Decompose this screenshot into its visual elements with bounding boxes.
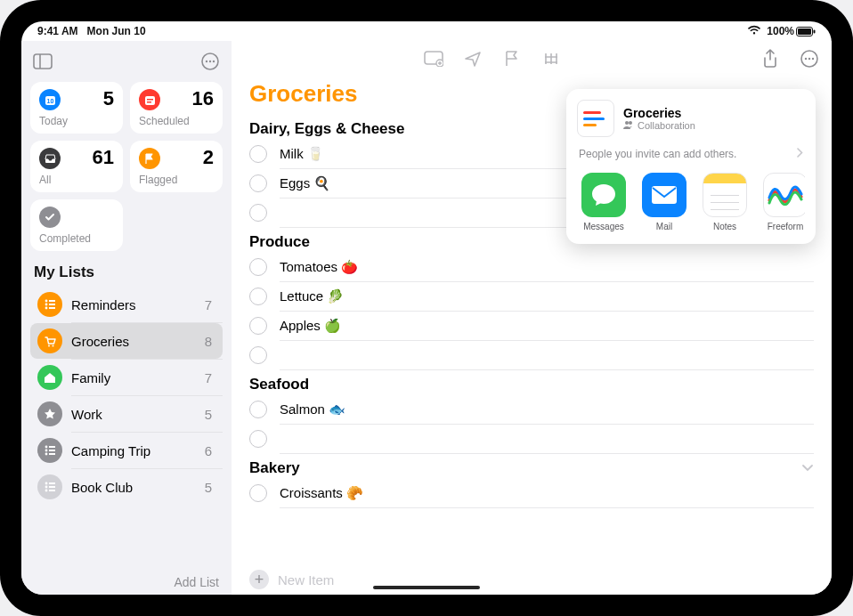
chevron-down-icon[interactable] [801,460,814,476]
list-icon [37,474,62,499]
smart-label: Flagged [139,174,177,186]
share-app-mail[interactable]: Mail [638,173,691,231]
new-item-button[interactable]: + New Item [249,570,334,589]
reminder-item[interactable]: Tomatoes 🍅 [249,253,814,281]
complete-circle[interactable] [249,204,267,222]
list-count: 7 [205,297,212,312]
battery-indicator: 100% [767,25,816,37]
complete-circle[interactable] [249,145,267,163]
calendar-icon [139,89,160,110]
complete-circle[interactable] [249,401,267,418]
list-name: Book Club [71,480,205,495]
share-app-freeform[interactable]: Freeform [759,173,805,231]
smart-list-completed[interactable]: Completed [30,199,123,251]
list-icon [37,328,62,353]
toggle-sidebar-button[interactable] [30,49,55,74]
list-count: 8 [205,334,212,349]
reminder-item[interactable]: Apples 🍏 [249,312,814,340]
reminder-item-empty[interactable]: . [249,425,814,453]
complete-circle[interactable] [249,174,267,192]
flag-icon[interactable] [502,49,522,69]
reminder-text: Lettuce 🥬 [280,288,344,304]
sidebar-list-groceries[interactable]: Groceries8 [30,323,223,359]
tag-icon[interactable] [541,49,561,69]
reminder-item[interactable]: Salmon 🐟 [249,395,814,424]
reminder-item[interactable]: Croissants 🥐 [249,479,814,507]
svg-rect-19 [49,307,55,309]
smart-list-all[interactable]: 61 All [30,141,123,192]
smart-count: 2 [203,146,214,169]
complete-circle[interactable] [249,317,267,335]
svg-point-24 [45,450,48,452]
svg-rect-42 [652,186,677,204]
complete-circle[interactable] [249,484,267,502]
new-reminder-button[interactable] [424,49,443,69]
app-label: Messages [583,222,624,231]
share-button[interactable] [760,49,780,69]
app-label: Freeform [768,222,804,231]
reminder-text: Croissants 🥐 [280,485,363,501]
complete-circle[interactable] [249,346,267,364]
list-name: Groceries [71,334,205,349]
share-app-notes[interactable]: Notes [698,173,751,231]
svg-rect-23 [49,446,55,448]
status-bar: 9:41 AM Mon Jun 10 100% [21,21,832,41]
app-icon [703,173,747,217]
svg-point-28 [45,482,48,485]
share-app-messages[interactable]: Messages [577,173,630,231]
svg-rect-29 [49,482,55,484]
svg-rect-2 [814,29,816,33]
svg-rect-15 [49,300,55,302]
list-count: 5 [205,480,212,495]
svg-point-39 [812,58,814,60]
checkmark-icon [39,207,61,228]
sidebar-list-family[interactable]: Family7 [30,360,223,395]
complete-circle[interactable] [249,258,267,276]
svg-point-30 [45,486,48,489]
svg-point-7 [209,61,211,62]
location-icon[interactable] [463,49,483,69]
smart-count: 5 [103,87,114,110]
sidebar-more-button[interactable] [198,49,223,74]
share-options-row[interactable]: People you invite can add others. [579,148,803,160]
my-lists-header: My Lists [34,263,219,281]
svg-point-8 [213,61,215,62]
list-name: Reminders [71,297,205,312]
smart-count: 61 [93,146,114,169]
share-title: Groceries [623,106,695,120]
complete-circle[interactable] [249,288,267,305]
sidebar-list-book-club[interactable]: Book Club5 [30,469,223,505]
reminder-item-empty[interactable]: . [249,341,814,369]
svg-point-18 [45,307,48,310]
smart-list-flagged[interactable]: 2 Flagged [130,141,223,192]
flag-icon [139,148,160,169]
svg-text:10: 10 [46,98,53,104]
smart-list-today[interactable]: 10 5 Today [30,82,123,134]
svg-rect-31 [49,486,55,488]
sidebar-list-reminders[interactable]: Reminders7 [30,287,223,322]
svg-point-32 [45,490,48,492]
new-item-label: New Item [278,572,334,588]
wifi-icon [747,25,761,38]
list-count: 6 [205,443,212,458]
share-thumbnail-icon [577,100,614,137]
svg-point-20 [48,344,50,346]
section-header: Bakery [249,459,300,477]
svg-point-37 [805,58,807,60]
more-button[interactable] [800,49,819,69]
home-indicator[interactable] [373,586,480,589]
svg-rect-12 [147,99,153,101]
svg-point-38 [808,58,810,60]
sidebar-list-camping-trip[interactable]: Camping Trip6 [30,433,223,468]
reminder-text: Tomatoes 🍅 [280,259,358,275]
sidebar-list-work[interactable]: Work5 [30,396,223,432]
complete-circle[interactable] [249,430,267,448]
svg-point-16 [45,304,48,306]
plus-icon: + [249,570,269,589]
reminder-item[interactable]: Lettuce 🥬 [249,282,814,311]
svg-rect-3 [34,54,52,69]
smart-list-scheduled[interactable]: 16 Scheduled [130,82,223,134]
section-header: Seafood [232,370,832,395]
share-sheet: Groceries Collaboration People you invit… [566,89,816,244]
add-list-button[interactable]: Add List [174,575,219,589]
